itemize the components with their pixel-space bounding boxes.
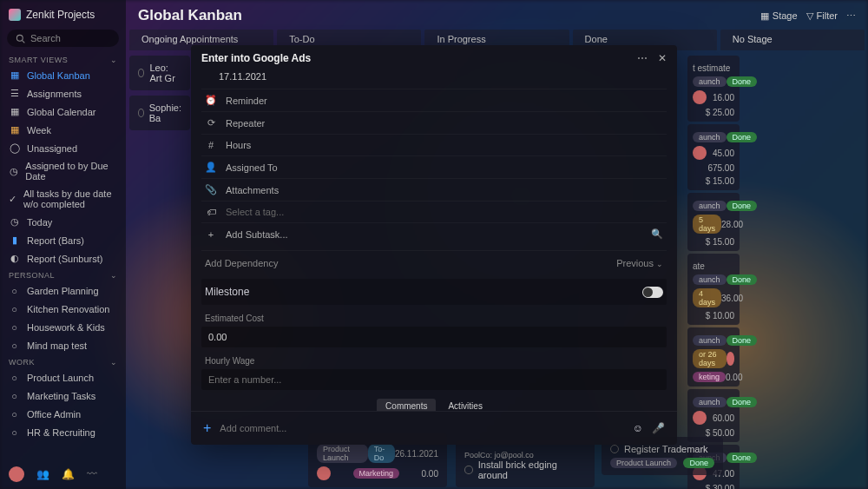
wage-label: Hourly Wage	[201, 347, 667, 369]
filter-icon: ▽	[806, 10, 813, 22]
col-nostage[interactable]: No Stage	[720, 30, 865, 50]
sunburst-icon: ◐	[9, 253, 20, 264]
users-icon[interactable]: 👥	[36, 468, 49, 480]
search-icon[interactable]: 🔍	[651, 228, 663, 240]
sidebar-item-today[interactable]: ◷Today	[0, 213, 126, 231]
card-brick[interactable]: PoolCo: jo@pool.co Install brick edging …	[456, 440, 595, 487]
field-subtask[interactable]: +Add Subtask... 🔍	[201, 222, 667, 245]
project-icon: ○	[9, 390, 20, 401]
emoji-icon[interactable]: ☺	[633, 422, 643, 434]
search-icon	[16, 34, 25, 43]
sidebar-item-product-launch[interactable]: ○Product Launch	[0, 368, 126, 387]
section-work[interactable]: WORK ⌄	[0, 354, 126, 368]
field-repeater[interactable]: ⟳Repeater	[201, 111, 667, 134]
svg-line-1	[23, 40, 25, 43]
sidebar-item-report-sunburst[interactable]: ◐Report (Sunburst)	[0, 249, 126, 268]
sidebar-item-all-tasks[interactable]: ✓All tasks by due date w/o completed	[0, 185, 126, 213]
card-peek[interactable]: aunchDone 5 days28.00 $ 15.00	[687, 193, 740, 251]
search-input[interactable]: Search	[7, 30, 119, 47]
sidebar-item-marketing[interactable]: ○Marketing Tasks	[0, 387, 126, 405]
clock-icon: ◷	[9, 166, 18, 177]
modal-title: Enter into Google Ads	[201, 52, 311, 64]
kanban-icon: ▦	[9, 69, 20, 81]
card-peek[interactable]: aunchDone 60.00 $ 50.00	[687, 389, 740, 442]
more-icon[interactable]: ⋯	[846, 10, 856, 22]
user-avatar[interactable]	[9, 466, 24, 482]
person-icon: 👤	[205, 162, 217, 173]
card-peek[interactable]: aunchDone 45.00 675.00 $ 15.00	[687, 124, 740, 190]
plus-icon: +	[205, 229, 217, 240]
avatar-icon	[693, 90, 707, 104]
sidebar-item-hr[interactable]: ○HR & Recruiting	[0, 423, 126, 441]
sidebar-item-assigned-due[interactable]: ◷Assigned to by Due Date	[0, 157, 126, 185]
sidebar-item-unassigned[interactable]: ◯Unassigned	[0, 139, 126, 157]
brand[interactable]: Zenkit Projects	[0, 3, 126, 26]
task-modal: Enter into Google Ads ⋯ ✕ 17.11.2021 ⏰Re…	[191, 45, 677, 445]
search-placeholder: Search	[30, 33, 61, 43]
card-peek[interactable]: ate aunchDone 4 days36.00 $ 10.00	[687, 254, 740, 325]
page-title: Global Kanban	[138, 7, 242, 24]
alarm-icon: ⏰	[205, 95, 217, 106]
field-reminder[interactable]: ⏰Reminder	[201, 89, 667, 111]
sidebar-item-kitchen[interactable]: ○Kitchen Renovation	[0, 300, 126, 318]
avatar-icon	[693, 411, 707, 425]
field-hours[interactable]: #Hours	[201, 134, 667, 155]
comment-input[interactable]	[220, 423, 623, 433]
titlebar: Global Kanban ▦Stage ▽Filter ⋯	[126, 0, 868, 30]
card-peek[interactable]: aunchDone or 26 days keting0.00	[687, 327, 740, 387]
filter-button[interactable]: ▽Filter	[806, 10, 838, 22]
field-attachments[interactable]: 📎Attachments	[201, 178, 667, 201]
more-icon[interactable]: ⋯	[637, 52, 648, 64]
sidebar-item-report-bars[interactable]: ▮Report (Bars)	[0, 231, 126, 249]
chevron-down-icon: ⌄	[110, 56, 118, 64]
sidebar-item-housework[interactable]: ○Housework & Kids	[0, 318, 126, 336]
stage-button[interactable]: ▦Stage	[760, 10, 798, 22]
check-icon: ✓	[9, 194, 16, 205]
project-icon: ○	[9, 340, 20, 351]
field-milestone: Milestone	[201, 279, 667, 305]
grid-icon: ▦	[760, 10, 769, 22]
sidebar-item-mindmap[interactable]: ○Mind map test	[0, 336, 126, 354]
sidebar-item-assignments[interactable]: ☰Assignments	[0, 84, 126, 102]
project-icon: ○	[9, 408, 20, 420]
week-icon: ▦	[9, 124, 20, 135]
estcost-label: Estimated Cost	[201, 305, 667, 327]
brand-logo-icon	[9, 9, 21, 21]
field-dependency[interactable]: Add Dependency Previous ⌄	[201, 250, 667, 275]
card-leo[interactable]: Leo: Art Gr	[129, 56, 190, 90]
status-ring-icon	[464, 466, 473, 474]
sidebar-item-garden[interactable]: ○Garden Planning	[0, 281, 126, 300]
sidebar: Zenkit Projects Search SMART VIEWS ⌄ ▦Gl…	[0, 0, 126, 489]
section-smart-views[interactable]: SMART VIEWS ⌄	[0, 52, 126, 66]
hash-icon: #	[205, 140, 217, 150]
tab-comments[interactable]: Comments	[377, 399, 436, 411]
mic-icon[interactable]: 🎤	[652, 422, 665, 434]
sidebar-item-global-kanban[interactable]: ▦Global Kanban	[0, 66, 126, 84]
card-sophie[interactable]: Sophie: Ba	[129, 96, 190, 130]
avatar-icon	[317, 466, 331, 480]
bars-icon: ▮	[9, 235, 20, 246]
chevron-down-icon: ⌄	[656, 260, 663, 268]
sidebar-item-global-calendar[interactable]: ▦Global Calendar	[0, 102, 126, 121]
section-personal[interactable]: PERSONAL ⌄	[0, 268, 126, 281]
wage-input[interactable]	[201, 369, 667, 390]
card-peek[interactable]: t estimate aunchDone 16.00 $ 25.00	[687, 56, 740, 122]
add-icon[interactable]: +	[203, 420, 211, 436]
sidebar-item-office-admin[interactable]: ○Office Admin	[0, 405, 126, 423]
field-tags[interactable]: 🏷Select a tag...	[201, 201, 667, 222]
tab-activities[interactable]: Activities	[439, 399, 490, 411]
field-assigned[interactable]: 👤Assigned To	[201, 155, 667, 178]
task-date: 17.11.2021	[201, 68, 667, 89]
bell-icon[interactable]: 🔔	[62, 468, 75, 480]
milestone-toggle[interactable]	[642, 287, 663, 298]
estcost-input[interactable]	[201, 327, 667, 347]
avatar-icon	[727, 352, 734, 366]
activity-icon[interactable]: 〰	[87, 468, 97, 480]
sidebar-item-week[interactable]: ▦Week	[0, 121, 126, 139]
project-icon: ○	[9, 372, 20, 383]
close-icon[interactable]: ✕	[658, 52, 667, 64]
project-icon: ○	[9, 321, 20, 333]
user-icon: ◯	[9, 142, 20, 154]
status-ring-icon	[610, 445, 619, 453]
brand-name: Zenkit Projects	[26, 9, 95, 21]
